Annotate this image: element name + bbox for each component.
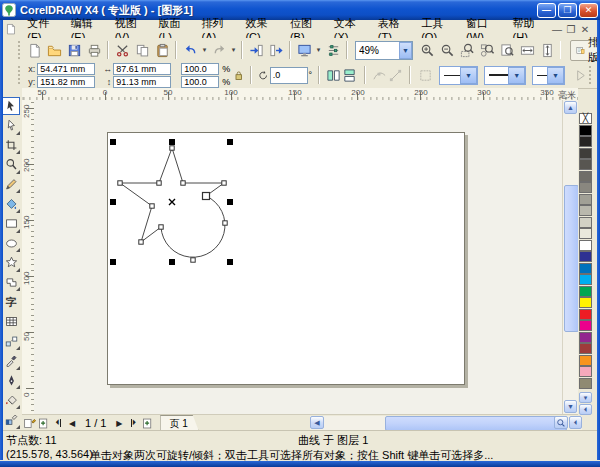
zoom-all-objects-button[interactable] [477, 40, 497, 60]
scale-x-field[interactable]: 100.0 [181, 63, 219, 75]
mirror-horizontal-button[interactable] [326, 65, 342, 85]
color-swatch[interactable] [579, 320, 592, 331]
color-swatch[interactable] [579, 228, 592, 239]
color-swatch[interactable] [579, 171, 592, 182]
redo-button[interactable] [209, 40, 229, 60]
undo-dropdown-icon[interactable]: ▾ [200, 41, 209, 59]
flyout-indicator-icon[interactable] [16, 131, 20, 135]
color-swatch[interactable] [579, 343, 592, 354]
page-sorter-icon[interactable] [22, 416, 36, 430]
zoom-page-width-button[interactable] [517, 40, 537, 60]
rotation-angle-field[interactable]: .0 [270, 67, 308, 84]
lock-ratio-icon[interactable] [234, 69, 244, 82]
layout-button[interactable]: 排版 [570, 40, 600, 61]
text-tool[interactable]: 字 [2, 293, 20, 311]
flyout-indicator-icon[interactable] [16, 385, 20, 389]
flyout-indicator-icon[interactable] [16, 189, 20, 193]
freehand-tool[interactable] [2, 175, 20, 193]
flyout-indicator-icon[interactable] [16, 366, 20, 370]
flyout-indicator-icon[interactable] [16, 287, 20, 291]
page-tab[interactable]: 页 1 [160, 415, 198, 431]
export-button[interactable] [266, 40, 286, 60]
color-swatch[interactable] [579, 263, 592, 274]
flyout-indicator-icon[interactable] [16, 346, 20, 350]
cut-button[interactable] [112, 40, 132, 60]
maximize-button[interactable]: ❐ [558, 3, 577, 18]
application-launcher-button[interactable] [294, 40, 314, 60]
expand-palette-icon[interactable]: ⏴ [579, 404, 592, 415]
scroll-down-icon[interactable]: ▼ [564, 400, 577, 413]
fill-tool[interactable] [2, 391, 20, 409]
application-launcher-dropdown-icon[interactable]: ▾ [314, 41, 323, 59]
outline-pen-tool[interactable] [2, 371, 20, 389]
redo-dropdown-icon[interactable]: ▾ [229, 41, 238, 59]
pick-tool[interactable] [2, 97, 20, 115]
zoom-level-combo[interactable]: ▼ [355, 41, 413, 60]
zoom-out-button[interactable] [437, 40, 457, 60]
color-swatch[interactable] [579, 297, 592, 308]
color-swatch[interactable] [579, 148, 592, 159]
paste-button[interactable] [152, 40, 172, 60]
color-swatch[interactable] [579, 274, 592, 285]
color-swatch[interactable] [579, 378, 592, 389]
next-page-button[interactable]: ▶ [112, 416, 126, 430]
table-tool[interactable] [2, 313, 20, 331]
rectangle-tool[interactable] [2, 215, 20, 233]
scale-y-field[interactable]: 100.0 [181, 76, 219, 88]
color-swatch[interactable] [579, 251, 592, 262]
color-swatch[interactable] [579, 332, 592, 343]
blend-tool[interactable] [2, 332, 20, 350]
navigator-icon[interactable] [554, 416, 568, 429]
undo-button[interactable] [180, 40, 200, 60]
smart-fill-tool[interactable] [2, 195, 20, 213]
color-swatch[interactable] [579, 182, 592, 193]
color-swatch[interactable] [579, 366, 592, 377]
flyout-indicator-icon[interactable] [16, 209, 20, 213]
flyout-indicator-icon[interactable] [16, 405, 20, 409]
propbar-grip[interactable] [18, 66, 23, 84]
previous-page-button[interactable]: ◀ [65, 416, 79, 430]
crop-tool[interactable] [2, 136, 20, 154]
color-swatch[interactable] [579, 136, 592, 147]
quick-customize-button[interactable] [573, 65, 589, 85]
save-button[interactable] [64, 40, 84, 60]
palette-scroll-down-icon[interactable]: ▾ [579, 392, 592, 403]
color-swatch[interactable] [579, 355, 592, 366]
zoom-level-input[interactable] [356, 44, 399, 57]
open-button[interactable] [44, 40, 64, 60]
outline-end-arrow-select[interactable]: ▼ [532, 66, 565, 85]
mirror-vertical-button[interactable] [342, 65, 358, 85]
reduce-nodes-button[interactable] [372, 65, 388, 85]
mdi-minimize-button[interactable]: — [550, 24, 564, 35]
chevron-down-icon[interactable]: ▼ [508, 67, 525, 84]
mdi-restore-button[interactable]: ❐ [564, 24, 578, 35]
drawing-area[interactable] [34, 100, 562, 414]
copy-button[interactable] [132, 40, 152, 60]
chevron-down-icon[interactable]: ▼ [547, 67, 564, 84]
add-page-icon[interactable] [36, 416, 50, 430]
flyout-indicator-icon[interactable] [16, 229, 20, 233]
flyout-indicator-icon[interactable] [16, 268, 20, 272]
expand-scrollbar-icon[interactable]: ⏴ [569, 416, 582, 429]
color-swatch[interactable] [579, 309, 592, 320]
welcome-screen-button[interactable] [323, 40, 343, 60]
flyout-indicator-icon[interactable] [16, 170, 20, 174]
horizontal-scrollbar[interactable]: ◀ ⏴ [310, 416, 582, 430]
polygon-tool[interactable] [2, 254, 20, 272]
close-button[interactable]: ✕ [579, 3, 598, 18]
new-document-button[interactable] [24, 40, 44, 60]
print-button[interactable] [84, 40, 104, 60]
flyout-indicator-icon[interactable] [16, 150, 20, 154]
import-button[interactable] [246, 40, 266, 60]
color-swatch[interactable] [579, 286, 592, 297]
selected-curve-object[interactable] [34, 100, 562, 414]
chevron-down-icon[interactable]: ▼ [460, 67, 477, 84]
scroll-up-icon[interactable]: ▲ [564, 101, 577, 114]
color-swatch[interactable] [579, 205, 592, 216]
add-page-icon[interactable] [140, 416, 154, 430]
vertical-scrollbar[interactable]: ▲ ▼ [562, 100, 578, 414]
basic-shapes-tool[interactable] [2, 273, 20, 291]
horizontal-scroll-thumb[interactable] [385, 416, 567, 431]
scroll-left-icon[interactable]: ◀ [310, 416, 324, 429]
first-page-button[interactable]: ⏴ [50, 416, 65, 430]
